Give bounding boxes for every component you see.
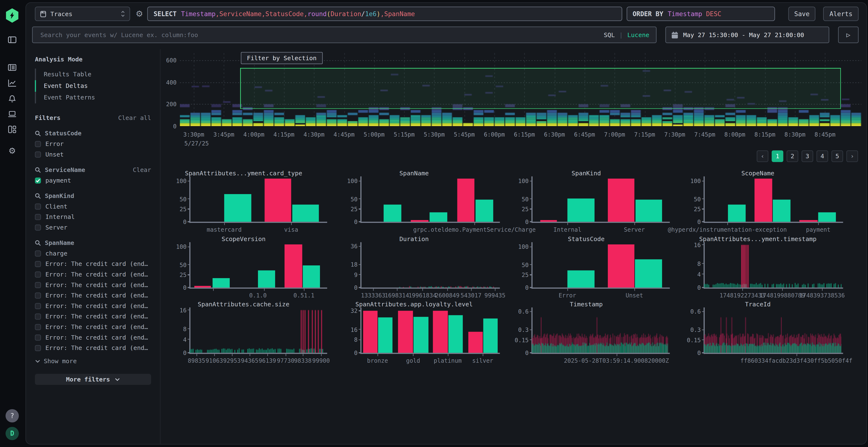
select-query-input[interactable]: SELECT Timestamp,ServiceName,StatusCode,… <box>148 7 622 21</box>
filter-selection-region[interactable] <box>240 68 841 109</box>
heatmap-time-label: 8:45pm <box>814 131 835 138</box>
heatmap-time-label: 5:45pm <box>454 131 475 138</box>
mode-divider: | <box>619 31 623 38</box>
x-tick-mark <box>448 353 448 356</box>
query-token: ) <box>377 10 380 18</box>
y-tick-mark <box>530 311 532 312</box>
search-input[interactable] <box>39 31 599 39</box>
page-button-5[interactable]: 5 <box>831 150 843 162</box>
date-range-picker[interactable]: May 27 15:30:00 - May 27 21:00:00 <box>665 27 830 43</box>
outlier-bar <box>194 286 211 287</box>
sql-mode-toggle[interactable]: SQL <box>604 31 615 38</box>
outlier-bar <box>457 179 474 222</box>
x-tick-mark <box>413 353 414 356</box>
query-token: , <box>216 10 219 18</box>
y-tick-mark <box>530 329 532 330</box>
baseline-bar <box>636 199 662 222</box>
dashboards-icon[interactable] <box>8 125 17 134</box>
search-toolbar: SQL | Lucene May 27 15:30:00 - May 27 21… <box>32 27 859 43</box>
mini-chart-title: SpanAttributes...yment.timestamp <box>699 236 817 243</box>
outlier-bar <box>754 179 772 222</box>
help-button[interactable]: ? <box>5 409 19 422</box>
page-next-button[interactable]: › <box>846 150 858 162</box>
settings-gear-icon[interactable]: ⚙ <box>8 146 17 156</box>
query-settings-gear-icon[interactable]: ⚙ <box>135 9 143 18</box>
outlier-bar <box>284 244 302 287</box>
chevron-up-down-icon <box>121 10 125 18</box>
y-tick-mark <box>188 275 190 275</box>
mini-chart-canvas <box>704 310 841 353</box>
heatmap-time-label: 5:30pm <box>424 131 444 138</box>
user-avatar[interactable]: D <box>5 427 19 440</box>
y-tick-mark <box>530 352 532 353</box>
order-by-input[interactable]: ORDER BY Timestamp DESC <box>626 7 775 21</box>
x-tick-label: visa <box>284 226 298 233</box>
y-tick-label: 50 <box>337 196 358 202</box>
search-logs-icon[interactable] <box>8 63 17 72</box>
y-tick-label: 0 <box>680 349 701 356</box>
y-tick-mark <box>530 246 532 247</box>
y-tick-mark <box>530 287 532 288</box>
x-tick-label: 999435 <box>485 292 505 299</box>
filter-by-selection-tooltip[interactable]: Filter by Selection <box>241 52 322 64</box>
save-button[interactable]: Save <box>788 7 816 21</box>
x-tick-label: 0.51.1 <box>293 292 314 299</box>
x-tick-mark <box>567 288 568 290</box>
y-tick-mark <box>188 287 190 288</box>
y-tick-label: 8 <box>337 337 358 343</box>
y-tick-label: 18 <box>337 261 358 268</box>
run-query-button[interactable]: ▷ <box>838 27 859 43</box>
baseline-bar <box>635 259 662 287</box>
y-tick-mark <box>359 246 361 247</box>
y-tick-label: 100 <box>507 178 528 184</box>
baseline-bar <box>773 199 790 222</box>
hyperdx-logo-icon[interactable] <box>5 8 20 23</box>
y-tick-mark <box>359 274 361 275</box>
mini-chart-canvas <box>532 310 668 353</box>
outlier-bar <box>608 244 634 287</box>
heatmap-ytick-label: 200 <box>155 101 177 108</box>
lucene-mode-toggle[interactable]: Lucene <box>627 31 649 38</box>
page-button-1[interactable]: 1 <box>772 150 783 162</box>
page-button-3[interactable]: 3 <box>802 150 813 162</box>
y-tick-label: 50 <box>165 262 186 268</box>
y-tick-label: 8 <box>165 325 186 332</box>
outlier-bar <box>265 179 291 222</box>
x-tick-label: platinum <box>434 357 462 364</box>
page-button-4[interactable]: 4 <box>816 150 828 162</box>
y-axis-line <box>189 176 190 222</box>
x-tick-mark <box>303 353 304 356</box>
y-tick-mark <box>188 209 190 209</box>
page-prev-button[interactable]: ‹ <box>756 150 768 162</box>
x-tick-mark <box>268 353 268 356</box>
y-tick-mark <box>530 221 532 222</box>
query-toolbar: Traces ⚙ SELECT Timestamp,ServiceName,St… <box>35 7 859 21</box>
sidebar-panel-icon[interactable] <box>8 35 17 44</box>
heatmap-time-label: 8:15pm <box>754 131 775 138</box>
y-tick-label: 100 <box>337 178 358 184</box>
source-selector[interactable]: Traces <box>35 7 130 21</box>
x-tick-label: 19961834 <box>408 292 436 299</box>
sessions-laptop-icon[interactable] <box>8 110 17 118</box>
heatmap-time-label: 7:00pm <box>604 131 625 138</box>
mini-chart-canvas <box>361 244 498 287</box>
alerts-button[interactable]: Alerts <box>824 7 859 21</box>
y-tick-label: 100 <box>165 243 186 250</box>
page-button-2[interactable]: 2 <box>786 150 798 162</box>
outlier-bar <box>398 311 413 353</box>
x-tick-mark <box>304 288 305 290</box>
y-tick-label: 25 <box>680 206 701 212</box>
y-tick-label: 100 <box>680 178 701 184</box>
x-tick-mark <box>471 288 472 290</box>
heatmap-time-label: 6:30pm <box>544 131 565 138</box>
y-tick-mark <box>359 209 361 209</box>
mini-chart-title: ScopeVersion <box>222 236 266 243</box>
y-axis-line <box>704 176 704 222</box>
baseline-bar <box>292 205 319 222</box>
y-tick-mark <box>359 352 361 353</box>
y-tick-label: 8 <box>680 260 701 267</box>
alerts-bell-icon[interactable] <box>8 94 17 103</box>
x-tick-mark <box>378 353 378 356</box>
y-tick-label: 16 <box>337 326 358 333</box>
chart-explorer-icon[interactable] <box>8 78 17 88</box>
